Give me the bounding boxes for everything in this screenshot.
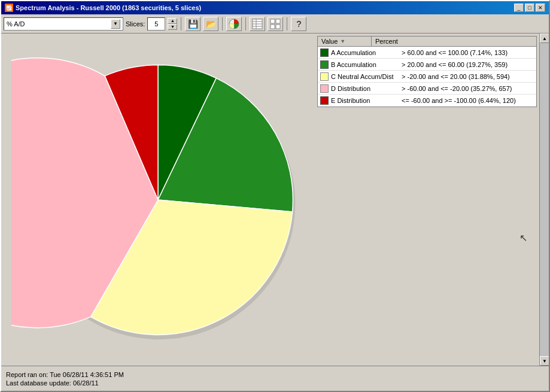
scroll-down-button[interactable]: ▼ <box>540 356 549 366</box>
legend-color-d <box>320 84 329 93</box>
cursor-area: ↖ <box>315 110 539 366</box>
grid-button[interactable] <box>268 17 283 31</box>
analysis-dropdown[interactable]: % A/D ▼ <box>4 17 123 31</box>
content-area: Value ▼ Percent A Accumulation > 60.00 a… <box>1 34 549 366</box>
title-bar-text: 📈 Spectrum Analysis - Russell 2000 (1863… <box>5 4 201 12</box>
legend-name-b: B Accumulation <box>331 61 400 68</box>
toolbar: % A/D ▼ Slices: ▲ ▼ 💾 📂 <box>1 14 549 34</box>
legend-header: Value ▼ Percent <box>317 36 537 46</box>
spin-down-button[interactable]: ▼ <box>168 24 177 30</box>
legend-col-value-header: Value ▼ <box>318 37 372 46</box>
status-bar: Report ran on: Tue 06/28/11 4:36:51 PM L… <box>1 366 549 391</box>
svg-rect-9 <box>276 25 280 29</box>
toolbar-separator-2 <box>222 17 223 31</box>
chart-button[interactable] <box>226 17 242 31</box>
title-bar-controls: _ □ ✕ <box>514 4 545 12</box>
legend-row-c[interactable]: C Neutral Accum/Dist > -20.00 and <= 20.… <box>318 71 536 83</box>
legend-value-d: > -60.00 and <= -20.00 (35.27%, 657) <box>400 85 534 92</box>
title-bar: 📈 Spectrum Analysis - Russell 2000 (1863… <box>1 1 549 14</box>
legend-row-b[interactable]: B Accumulation > 20.00 and <= 60.00 (19.… <box>318 59 536 71</box>
legend-table: A Accumulation > 60.00 and <= 100.00 (7.… <box>317 46 537 107</box>
slices-input[interactable] <box>147 17 165 31</box>
svg-rect-7 <box>276 19 280 23</box>
value-col-label: Value <box>321 38 338 45</box>
legend-row-d[interactable]: D Distribution > -60.00 and <= -20.00 (3… <box>318 83 536 95</box>
main-window: 📈 Spectrum Analysis - Russell 2000 (1863… <box>0 0 550 392</box>
toolbar-separator-1 <box>181 17 181 31</box>
legend-value-a: > 60.00 and <= 100.00 (7.14%, 133) <box>400 49 534 56</box>
slices-label: Slices: <box>126 20 145 28</box>
open-button[interactable]: 📂 <box>203 17 218 31</box>
sort-icon[interactable]: ▼ <box>340 38 345 44</box>
right-panel: Value ▼ Percent A Accumulation > 60.00 a… <box>315 34 539 366</box>
dropdown-arrow-icon[interactable]: ▼ <box>111 19 120 29</box>
pie-chart <box>11 53 305 347</box>
legend-color-a <box>320 48 329 57</box>
spin-up-button[interactable]: ▲ <box>168 18 177 24</box>
svg-rect-8 <box>271 25 275 29</box>
legend-row-a[interactable]: A Accumulation > 60.00 and <= 100.00 (7.… <box>318 47 536 59</box>
status-line-2: Last database update: 06/28/11 <box>6 379 544 387</box>
status-line-1: Report ran on: Tue 06/28/11 4:36:51 PM <box>6 371 544 378</box>
toolbar-separator-3 <box>245 17 246 31</box>
legend-value-e: <= -60.00 and >= -100.00 (6.44%, 120) <box>400 97 534 104</box>
legend-col-percent-header: Percent <box>372 37 536 46</box>
scrollbar: ▲ ▼ <box>539 34 549 366</box>
slices-spinner: ▲ ▼ <box>168 18 177 30</box>
legend-color-e <box>320 96 329 105</box>
table-view-button[interactable] <box>250 17 265 31</box>
legend-color-c <box>320 72 329 81</box>
legend-color-b <box>320 60 329 69</box>
legend-name-e: E Distribution <box>331 97 400 104</box>
legend-value-b: > 20.00 and <= 60.00 (19.27%, 359) <box>400 61 534 68</box>
scroll-up-button[interactable]: ▲ <box>540 34 549 43</box>
toolbar-separator-4 <box>287 17 287 31</box>
svg-rect-6 <box>271 19 275 23</box>
help-button[interactable]: ? <box>291 17 306 31</box>
legend-row-e[interactable]: E Distribution <= -60.00 and >= -100.00 … <box>318 95 536 107</box>
cursor-icon: ↖ <box>519 232 527 244</box>
legend-value-c: > -20.00 and <= 20.00 (31.88%, 594) <box>400 73 534 80</box>
chart-area <box>1 34 315 366</box>
dropdown-value: % A/D <box>7 20 25 28</box>
window-title: Spectrum Analysis - Russell 2000 (1863 s… <box>16 4 201 11</box>
close-button[interactable]: ✕ <box>536 4 545 12</box>
legend-name-a: A Accumulation <box>331 49 400 56</box>
scroll-track[interactable] <box>540 43 549 356</box>
legend-name-d: D Distribution <box>331 85 400 92</box>
percent-col-label: Percent <box>375 38 398 45</box>
maximize-button[interactable]: □ <box>525 4 534 12</box>
legend-panel: Value ▼ Percent A Accumulation > 60.00 a… <box>315 34 539 110</box>
save-button[interactable]: 💾 <box>185 17 200 31</box>
minimize-button[interactable]: _ <box>514 4 524 12</box>
app-icon: 📈 <box>5 4 13 12</box>
legend-name-c: C Neutral Accum/Dist <box>331 73 400 80</box>
